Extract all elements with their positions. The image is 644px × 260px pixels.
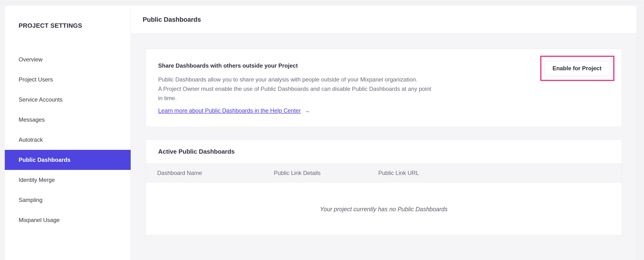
share-card-description: Public Dashboards allow you to share you… <box>158 75 431 103</box>
active-dashboards-card: Active Public Dashboards Dashboard Name … <box>146 139 622 235</box>
active-card-heading: Active Public Dashboards <box>158 140 235 164</box>
dashboards-table-header: Dashboard Name Public Link Details Publi… <box>146 164 622 183</box>
arrow-right-icon: → <box>304 107 310 114</box>
help-center-link-row: Learn more about Public Dashboards in th… <box>158 107 310 114</box>
sidebar-item-identity-merge[interactable]: Identity Merge <box>5 170 131 190</box>
page-title: Public Dashboards <box>143 6 201 34</box>
page-header: Public Dashboards <box>131 6 637 34</box>
empty-state-message: Your project currently has no Public Das… <box>146 183 622 236</box>
column-header-dashboard-name: Dashboard Name <box>157 164 202 182</box>
share-card-heading: Share Dashboards with others outside you… <box>158 62 298 69</box>
share-card-description-line: in time. <box>158 93 431 103</box>
sidebar-heading: PROJECT SETTINGS <box>18 20 82 31</box>
column-header-public-link-url: Public Link URL <box>378 164 419 182</box>
share-card-description-line: A Project Owner must enable the use of P… <box>158 84 431 93</box>
share-dashboards-card: Share Dashboards with others outside you… <box>146 49 622 127</box>
sidebar-item-sampling[interactable]: Sampling <box>5 190 131 210</box>
sidebar-item-service-accounts[interactable]: Service Accounts <box>5 90 131 110</box>
sidebar-item-project-users[interactable]: Project Users <box>5 70 131 90</box>
column-header-public-link-details: Public Link Details <box>274 164 320 182</box>
sidebar-item-messages[interactable]: Messages <box>5 110 131 130</box>
sidebar-item-public-dashboards[interactable]: Public Dashboards <box>5 150 131 170</box>
sidebar: PROJECT SETTINGS Overview Project Users … <box>5 6 131 260</box>
sidebar-item-overview[interactable]: Overview <box>5 49 131 70</box>
sidebar-item-autotrack[interactable]: Autotrack <box>5 130 131 150</box>
project-settings-screen: PROJECT SETTINGS Overview Project Users … <box>0 0 644 260</box>
main-panel: Public Dashboards Share Dashboards with … <box>131 6 637 260</box>
sidebar-item-mixpanel-usage[interactable]: Mixpanel Usage <box>5 210 131 230</box>
enable-for-project-button[interactable]: Enable for Project <box>544 61 610 76</box>
sidebar-nav: Overview Project Users Service Accounts … <box>5 49 131 230</box>
help-center-link[interactable]: Learn more about Public Dashboards in th… <box>158 107 301 114</box>
share-card-description-line: Public Dashboards allow you to share you… <box>158 75 431 84</box>
